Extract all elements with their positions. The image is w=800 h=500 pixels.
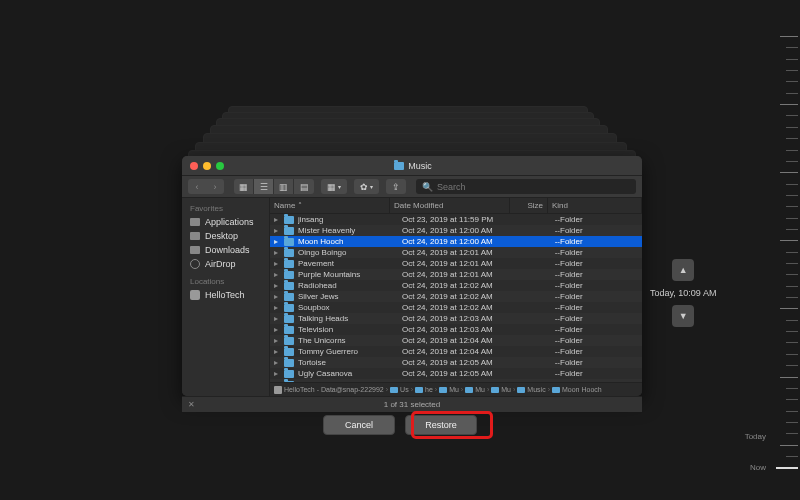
action-menu-button[interactable]: ✿ ▾	[354, 179, 379, 194]
column-date[interactable]: Date Modified	[390, 198, 510, 213]
table-row[interactable]: ▸Moon HoochOct 24, 2019 at 12:00 AM--Fol…	[270, 236, 642, 247]
table-row[interactable]: ▸SoupboxOct 24, 2019 at 12:02 AM--Folder	[270, 302, 642, 313]
disclosure-icon[interactable]: ▸	[274, 358, 280, 367]
table-row[interactable]: ▸Mister HeavenlyOct 24, 2019 at 12:00 AM…	[270, 225, 642, 236]
disclosure-icon[interactable]: ▸	[274, 369, 280, 378]
row-name: Moon Hooch	[298, 237, 402, 246]
disclosure-icon[interactable]: ▸	[274, 215, 280, 224]
table-row[interactable]: ▸jinsangOct 23, 2019 at 11:59 PM--Folder	[270, 214, 642, 225]
path-separator-icon: ›	[487, 386, 489, 393]
folder-icon	[465, 387, 473, 393]
search-field[interactable]: 🔍	[416, 179, 636, 194]
disclosure-icon[interactable]: ▸	[274, 237, 280, 246]
disclosure-icon[interactable]: ▸	[274, 248, 280, 257]
row-date: Oct 24, 2019 at 12:01 AM	[402, 248, 522, 257]
disclosure-icon[interactable]: ▸	[274, 292, 280, 301]
column-view-button[interactable]: ▥	[274, 179, 294, 194]
forward-button[interactable]: ›	[206, 179, 224, 194]
table-row[interactable]: ▸Silver JewsOct 24, 2019 at 12:02 AM--Fo…	[270, 291, 642, 302]
table-row[interactable]: ▸TelevisionOct 24, 2019 at 12:03 AM--Fol…	[270, 324, 642, 335]
list-view-button[interactable]: ☰	[254, 179, 274, 194]
sidebar-item-hellotech[interactable]: HelloTech	[182, 288, 269, 302]
table-row[interactable]: ▸RadioheadOct 24, 2019 at 12:02 AM--Fold…	[270, 280, 642, 291]
folder-icon	[284, 238, 294, 246]
row-name: Soupbox	[298, 303, 402, 312]
folder-icon	[284, 271, 294, 279]
tm-down-button[interactable]: ▼	[672, 305, 694, 327]
path-segment[interactable]: HelloTech - Data@snap-222992	[274, 386, 384, 394]
gallery-view-button[interactable]: ▤	[294, 179, 314, 194]
row-kind: Folder	[560, 358, 638, 367]
sidebar-item-desktop[interactable]: Desktop	[182, 229, 269, 243]
path-segment[interactable]: Mu	[439, 386, 459, 393]
close-snapshot-button[interactable]: ✕	[188, 400, 195, 409]
sidebar-locations-header: Locations	[182, 275, 269, 288]
window-title-text: Music	[408, 161, 432, 171]
row-kind: Folder	[560, 259, 638, 268]
arrange-button[interactable]: ▦ ▾	[321, 179, 347, 194]
table-row[interactable]: ▸Purple MountainsOct 24, 2019 at 12:01 A…	[270, 269, 642, 280]
sidebar-item-downloads[interactable]: Downloads	[182, 243, 269, 257]
disclosure-icon[interactable]: ▸	[274, 347, 280, 356]
row-kind: Folder	[560, 248, 638, 257]
path-segment[interactable]: Moon Hooch	[552, 386, 602, 393]
column-size[interactable]: Size	[510, 198, 548, 213]
search-input[interactable]	[437, 182, 630, 192]
table-row[interactable]: ▸Ugly CasanovaOct 24, 2019 at 12:05 AM--…	[270, 368, 642, 379]
row-kind: Folder	[560, 347, 638, 356]
disclosure-icon[interactable]: ▸	[274, 270, 280, 279]
row-size: --	[522, 325, 560, 334]
cancel-button[interactable]: Cancel	[323, 415, 395, 435]
table-row[interactable]: ▸PavementOct 24, 2019 at 12:01 AM--Folde…	[270, 258, 642, 269]
table-row[interactable]: ▸Oingo BoingoOct 24, 2019 at 12:01 AM--F…	[270, 247, 642, 258]
path-segment[interactable]: Mu	[465, 386, 485, 393]
row-date: Oct 24, 2019 at 12:01 AM	[402, 270, 522, 279]
timeline-tick	[780, 36, 798, 37]
zoom-icon[interactable]	[216, 162, 224, 170]
minimize-icon[interactable]	[203, 162, 211, 170]
share-button[interactable]: ⇪	[386, 179, 406, 194]
sidebar-item-airdrop[interactable]: AirDrop	[182, 257, 269, 271]
timeline[interactable]: Today Now	[768, 36, 798, 490]
path-segment[interactable]: he	[415, 386, 433, 393]
folder-icon	[284, 381, 294, 383]
tm-current-label: Today, 10:09 AM	[650, 288, 716, 298]
timeline-tick	[786, 150, 798, 151]
folder-icon	[284, 216, 294, 224]
table-row[interactable]: ▸TortoiseOct 24, 2019 at 12:05 AM--Folde…	[270, 357, 642, 368]
disclosure-icon[interactable]: ▸	[274, 281, 280, 290]
status-bar: ✕ 1 of 31 selected	[182, 396, 642, 412]
disclosure-icon[interactable]: ▸	[274, 336, 280, 345]
disclosure-icon[interactable]: ▸	[274, 259, 280, 268]
disclosure-icon[interactable]: ▸	[274, 325, 280, 334]
path-segment[interactable]: Music	[517, 386, 545, 393]
disclosure-icon[interactable]: ▸	[274, 314, 280, 323]
row-size: --	[522, 215, 560, 224]
disclosure-icon[interactable]: ▸	[274, 226, 280, 235]
back-button[interactable]: ‹	[188, 179, 206, 194]
row-date: Oct 24, 2019 at 12:02 AM	[402, 303, 522, 312]
rows-container: ▸jinsangOct 23, 2019 at 11:59 PM--Folder…	[270, 214, 642, 382]
icon-view-button[interactable]: ▦	[234, 179, 254, 194]
row-size: --	[522, 358, 560, 367]
table-row[interactable]: ▸The UnicornsOct 24, 2019 at 12:04 AM--F…	[270, 335, 642, 346]
column-name[interactable]: Name˄	[270, 198, 390, 213]
restore-button[interactable]: Restore	[405, 415, 477, 435]
path-segment[interactable]: Mu	[491, 386, 511, 393]
tm-up-button[interactable]: ▲	[672, 259, 694, 281]
row-size: --	[522, 314, 560, 323]
timeline-tick	[786, 342, 798, 343]
column-kind[interactable]: Kind	[548, 198, 642, 213]
row-name: Television	[298, 325, 402, 334]
table-row[interactable]: ▸Talking HeadsOct 24, 2019 at 12:03 AM--…	[270, 313, 642, 324]
table-row[interactable]: ▸Tommy GuerreroOct 24, 2019 at 12:04 AM-…	[270, 346, 642, 357]
path-segment[interactable]: Us	[390, 386, 409, 393]
close-icon[interactable]	[190, 162, 198, 170]
timeline-handle[interactable]	[776, 467, 798, 469]
sidebar-item-applications[interactable]: Applications	[182, 215, 269, 229]
sidebar-favorites-header: Favorites	[182, 202, 269, 215]
timeline-tick	[786, 433, 798, 434]
row-name: Mister Heavenly	[298, 226, 402, 235]
path-bar[interactable]: HelloTech - Data@snap-222992›Us›he›Mu›Mu…	[270, 382, 642, 396]
disclosure-icon[interactable]: ▸	[274, 303, 280, 312]
